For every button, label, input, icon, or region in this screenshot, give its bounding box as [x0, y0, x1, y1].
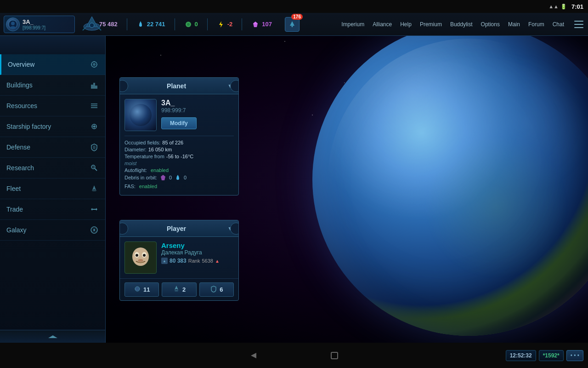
energy-value: -2	[227, 21, 233, 28]
planet-info-row: 3A_ 998:999:7 Modify	[124, 99, 234, 131]
debris-crystal-icon	[160, 174, 166, 181]
starship-factory-icon	[90, 122, 99, 131]
player-stats-row: 11 2 6	[120, 278, 238, 300]
water-value: 22 741	[147, 21, 165, 28]
svg-rect-15	[292, 26, 293, 27]
sidebar-item-galaxy[interactable]: Galaxy	[0, 220, 105, 241]
android-recents-button[interactable]	[328, 349, 341, 362]
stat-fleet[interactable]: 2	[162, 282, 196, 297]
nav-forum[interactable]: Forum	[525, 19, 548, 29]
player-info-box[interactable]: 3A_ [998:999:7]	[4, 16, 75, 33]
nav-help[interactable]: Help	[396, 19, 415, 29]
divider	[175, 18, 175, 30]
hamburger-menu-button[interactable]	[572, 18, 585, 31]
research-icon	[90, 163, 99, 172]
debris-crystal-value: 0	[169, 175, 172, 180]
fleet-count: 2	[182, 286, 186, 293]
sidebar-header	[0, 36, 105, 54]
player-panel-header: Player ▼	[120, 220, 238, 237]
fas-value: enabled	[139, 184, 157, 189]
sidebar-item-resources[interactable]: Resources	[0, 96, 105, 116]
svg-rect-23	[93, 83, 95, 88]
planet-panel-title: Planet	[125, 82, 227, 90]
resource-water: 22 741	[136, 20, 165, 29]
sidebar: Overview Buildings Resources	[0, 36, 106, 343]
occupied-fields-value: 85 of 226	[162, 140, 183, 145]
nav-alliance[interactable]: Alliance	[369, 19, 396, 29]
stat-defense[interactable]: 6	[199, 282, 234, 297]
sidebar-label-resources: Resources	[6, 102, 37, 109]
hamburger-line	[574, 21, 583, 22]
notification-icon[interactable]: 176	[285, 17, 300, 32]
autoflight-value: enabled	[151, 167, 169, 173]
nav-main[interactable]: Main	[504, 19, 524, 29]
planets-icon	[134, 285, 141, 294]
svg-point-54	[138, 259, 143, 262]
debris-water-icon	[175, 174, 181, 181]
player-avatar	[6, 17, 20, 31]
sidebar-item-trade[interactable]: Trade	[0, 199, 105, 220]
nav-chat[interactable]: Chat	[549, 19, 568, 29]
nav-premium[interactable]: Premium	[416, 19, 446, 29]
diameter-value: 16 050 km	[148, 147, 172, 152]
defense-badge-icon	[210, 285, 217, 294]
divider	[127, 18, 127, 30]
galaxy-icon	[90, 225, 99, 235]
fleet-badge-icon	[173, 285, 180, 294]
sidebar-item-overview[interactable]: Overview	[0, 54, 105, 75]
nav-imperium[interactable]: Imperium	[338, 19, 368, 29]
climate-value: moist	[124, 161, 136, 166]
planets-count: 11	[143, 286, 150, 293]
sidebar-toggle-button[interactable]	[0, 330, 105, 343]
sidebar-item-starship-factory[interactable]: Starship factory	[0, 116, 105, 137]
debris-label: Debris in orbit:	[124, 175, 157, 180]
hamburger-line	[574, 24, 583, 25]
svg-point-2	[90, 23, 94, 28]
temperature-value: -56 to -16°C	[166, 154, 193, 159]
svg-rect-27	[91, 105, 97, 106]
svg-point-6	[11, 22, 15, 25]
divider	[207, 18, 208, 30]
autoflight-label: Autoflight:	[124, 167, 147, 173]
svg-rect-28	[91, 107, 97, 108]
svg-point-58	[175, 290, 178, 292]
climate-stat: moist	[124, 161, 234, 166]
planet-panel-body: 3A_ 998:999:7 Modify Occupied fields: 85…	[120, 94, 238, 195]
android-back-button[interactable]	[247, 349, 260, 362]
battery-icon: 🔋	[560, 4, 567, 10]
stat-planets[interactable]: 11	[124, 282, 159, 297]
sidebar-item-defense[interactable]: Defense	[0, 137, 105, 158]
clock-display: 7:01	[571, 3, 583, 10]
nav-buddylist[interactable]: Buddylist	[447, 19, 476, 29]
buildings-icon	[90, 80, 99, 90]
player-guild: Далекая Радуга	[161, 249, 234, 256]
svg-line-34	[95, 168, 97, 171]
sidebar-label-trade: Trade	[6, 206, 23, 213]
occupied-fields-stat: Occupied fields: 85 of 226	[124, 140, 234, 145]
water-icon	[136, 20, 145, 29]
occupied-fields-label: Occupied fields:	[124, 140, 160, 145]
chat-dots-icon: • • •	[571, 352, 579, 359]
player-filter-icon[interactable]: ▼	[227, 225, 233, 232]
planet-name: 3A_	[161, 99, 234, 107]
svg-marker-46	[161, 175, 165, 180]
nav-options[interactable]: Options	[477, 19, 503, 29]
gem-icon	[251, 20, 260, 29]
sidebar-item-buildings[interactable]: Buildings	[0, 75, 105, 96]
defense-count: 6	[220, 286, 223, 293]
sidebar-item-research[interactable]: Research	[0, 158, 105, 178]
player-panel-title: Player	[125, 225, 227, 232]
resources-icon	[90, 101, 99, 110]
player-avatar-large	[124, 242, 157, 274]
android-navigation	[199, 349, 389, 362]
chat-dots-button[interactable]: • • •	[566, 350, 583, 361]
resource-gem: 107	[251, 20, 272, 29]
score-icon: ▲	[161, 258, 168, 264]
sidebar-item-fleet[interactable]: Fleet	[0, 178, 105, 199]
nav-menu: Imperium Alliance Help Premium Buddylist…	[338, 19, 568, 29]
modify-planet-button[interactable]: Modify	[161, 117, 197, 129]
android-home-button[interactable]	[288, 349, 300, 362]
bottom-bar	[0, 343, 588, 368]
temperature-stat: Temperature from -56 to -16°C	[124, 154, 234, 159]
planet-filter-icon[interactable]: ▼	[227, 83, 233, 89]
